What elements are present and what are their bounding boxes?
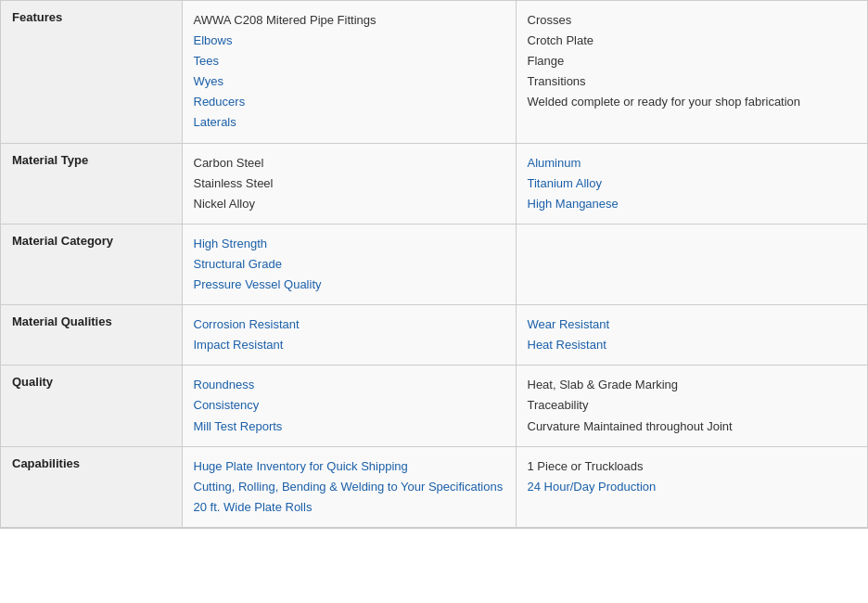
row-label: Capabilities [12, 456, 80, 470]
content-link[interactable]: Consistency [194, 395, 504, 416]
content-right-1: AluminumTitanium AlloyHigh Manganese [516, 143, 867, 224]
row-label: Material Category [12, 234, 113, 248]
content-link[interactable]: Tees [194, 51, 504, 71]
content-link[interactable]: Wear Resistant [528, 314, 857, 335]
table-row: Material QualitiesCorrosion ResistantImp… [1, 305, 867, 366]
content-left-1: Carbon SteelStainless SteelNickel Alloy [182, 143, 516, 224]
table-row: QualityRoundnessConsistencyMill Test Rep… [1, 366, 867, 446]
content-link[interactable]: Reducers [194, 92, 504, 112]
content-link[interactable]: Pressure Vessel Quality [194, 275, 504, 295]
content-text: Curvature Maintained throughout Joint [528, 417, 857, 437]
main-table: FeaturesAWWA C208 Mitered Pipe FittingsE… [0, 0, 868, 529]
content-text: 1 Piece or Truckloads [528, 456, 857, 477]
table-row: CapabilitiesHuge Plate Inventory for Qui… [1, 446, 867, 527]
content-link[interactable]: Structural Grade [194, 254, 504, 275]
content-text: Heat, Slab & Grade Marking [528, 375, 857, 395]
content-link[interactable]: Laterals [194, 112, 504, 133]
content-text: Stainless Steel [194, 173, 504, 194]
content-link[interactable]: Heat Resistant [528, 335, 857, 355]
content-link[interactable]: Huge Plate Inventory for Quick Shipping [194, 456, 504, 477]
content-right-2 [516, 224, 867, 304]
content-link[interactable]: Roundness [194, 375, 504, 395]
content-link[interactable]: 24 Hour/Day Production [528, 477, 857, 497]
table-row: Material CategoryHigh StrengthStructural… [1, 224, 867, 304]
content-left-5: Huge Plate Inventory for Quick ShippingC… [182, 446, 516, 527]
content-right-4: Heat, Slab & Grade MarkingTraceabilityCu… [516, 366, 867, 446]
label-cell-0: Features [1, 1, 182, 143]
content-right-5: 1 Piece or Truckloads24 Hour/Day Product… [516, 446, 867, 527]
content-left-0: AWWA C208 Mitered Pipe FittingsElbowsTee… [182, 1, 516, 143]
content-link[interactable]: Impact Resistant [194, 335, 504, 355]
content-link[interactable]: Titanium Alloy [528, 173, 857, 194]
row-label: Features [12, 10, 62, 24]
label-cell-1: Material Type [1, 143, 182, 224]
content-link[interactable]: 20 ft. Wide Plate Rolls [194, 497, 504, 518]
content-left-2: High StrengthStructural GradePressure Ve… [182, 224, 516, 304]
content-link[interactable]: Mill Test Reports [194, 417, 504, 437]
row-label: Quality [12, 375, 53, 389]
content-left-4: RoundnessConsistencyMill Test Reports [182, 366, 516, 446]
row-label: Material Type [12, 153, 88, 167]
content-right-0: CrossesCrotch PlateFlangeTransitionsWeld… [516, 1, 867, 143]
content-link[interactable]: Corrosion Resistant [194, 314, 504, 335]
content-text: Crotch Plate [528, 31, 857, 51]
content-text: Transitions [528, 71, 857, 92]
content-text: AWWA C208 Mitered Pipe Fittings [194, 10, 504, 31]
content-link[interactable]: Aluminum [528, 153, 857, 173]
content-link[interactable]: Cutting, Rolling, Bending & Welding to Y… [194, 477, 504, 497]
content-left-3: Corrosion ResistantImpact Resistant [182, 305, 516, 366]
content-link[interactable]: Elbows [194, 31, 504, 51]
content-text: Nickel Alloy [194, 194, 504, 214]
label-cell-4: Quality [1, 366, 182, 446]
label-cell-5: Capabilities [1, 446, 182, 527]
content-text: Flange [528, 51, 857, 71]
label-cell-2: Material Category [1, 224, 182, 304]
content-text: Crosses [528, 10, 857, 31]
table-row: FeaturesAWWA C208 Mitered Pipe FittingsE… [1, 1, 867, 143]
content-text: Welded complete or ready for your shop f… [528, 92, 857, 112]
content-link[interactable]: High Strength [194, 234, 504, 254]
content-right-3: Wear ResistantHeat Resistant [516, 305, 867, 366]
table-row: Material TypeCarbon SteelStainless Steel… [1, 143, 867, 224]
row-label: Material Qualities [12, 314, 112, 328]
content-text: Carbon Steel [194, 153, 504, 173]
content-link[interactable]: High Manganese [528, 194, 857, 214]
label-cell-3: Material Qualities [1, 305, 182, 366]
content-text: Traceability [528, 395, 857, 416]
content-link[interactable]: Wyes [194, 71, 504, 92]
